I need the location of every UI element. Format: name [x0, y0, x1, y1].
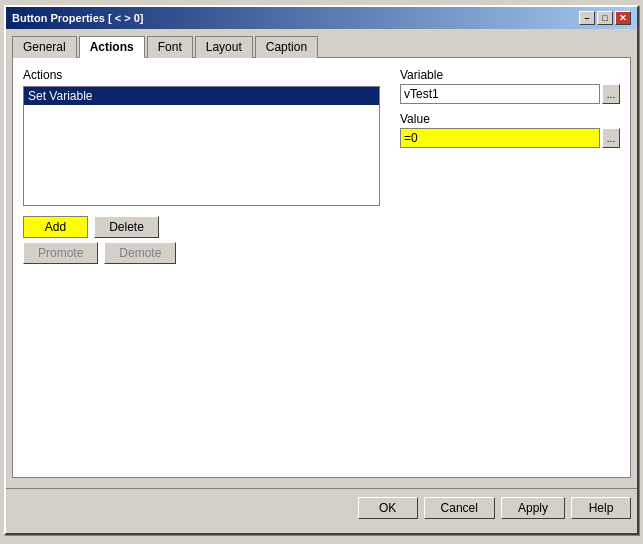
cancel-button[interactable]: Cancel: [424, 497, 495, 519]
main-window: Button Properties [ < > 0] – □ ✕ General…: [4, 5, 639, 535]
ok-button[interactable]: OK: [358, 497, 418, 519]
tab-layout[interactable]: Layout: [195, 36, 253, 58]
minimize-button[interactable]: –: [579, 11, 595, 25]
window-content: General Actions Font Layout Caption Acti…: [6, 29, 637, 484]
help-button[interactable]: Help: [571, 497, 631, 519]
promote-button[interactable]: Promote: [23, 242, 98, 264]
value-input[interactable]: [400, 128, 600, 148]
title-bar-buttons: – □ ✕: [579, 11, 631, 25]
add-button[interactable]: Add: [23, 216, 88, 238]
btn-row-1: Add Delete: [23, 216, 380, 238]
tab-general[interactable]: General: [12, 36, 77, 58]
value-row: Value ...: [400, 112, 620, 148]
tab-bar: General Actions Font Layout Caption: [12, 35, 631, 58]
apply-button[interactable]: Apply: [501, 497, 565, 519]
tab-panel-actions: Actions Set Variable Add Delete Promote …: [12, 58, 631, 478]
variable-row: Variable ...: [400, 68, 620, 104]
actions-label: Actions: [23, 68, 380, 82]
btn-row-2: Promote Demote: [23, 242, 380, 264]
close-button[interactable]: ✕: [615, 11, 631, 25]
actions-list[interactable]: Set Variable: [23, 86, 380, 206]
action-buttons: Add Delete Promote Demote: [23, 216, 380, 264]
delete-button[interactable]: Delete: [94, 216, 159, 238]
variable-input-row: ...: [400, 84, 620, 104]
variable-browse-button[interactable]: ...: [602, 84, 620, 104]
tab-caption[interactable]: Caption: [255, 36, 318, 58]
variable-label: Variable: [400, 68, 620, 82]
list-item[interactable]: Set Variable: [24, 87, 379, 105]
tab-font[interactable]: Font: [147, 36, 193, 58]
window-title: Button Properties [ < > 0]: [12, 12, 143, 24]
variable-input[interactable]: [400, 84, 600, 104]
value-label: Value: [400, 112, 620, 126]
bottom-bar: OK Cancel Apply Help: [6, 488, 637, 527]
title-bar: Button Properties [ < > 0] – □ ✕: [6, 7, 637, 29]
demote-button[interactable]: Demote: [104, 242, 176, 264]
maximize-button[interactable]: □: [597, 11, 613, 25]
panel-body: Actions Set Variable Add Delete Promote …: [23, 68, 620, 264]
tab-actions[interactable]: Actions: [79, 36, 145, 58]
left-panel: Actions Set Variable Add Delete Promote …: [23, 68, 380, 264]
right-panel: Variable ... Value ...: [400, 68, 620, 264]
value-browse-button[interactable]: ...: [602, 128, 620, 148]
value-input-row: ...: [400, 128, 620, 148]
